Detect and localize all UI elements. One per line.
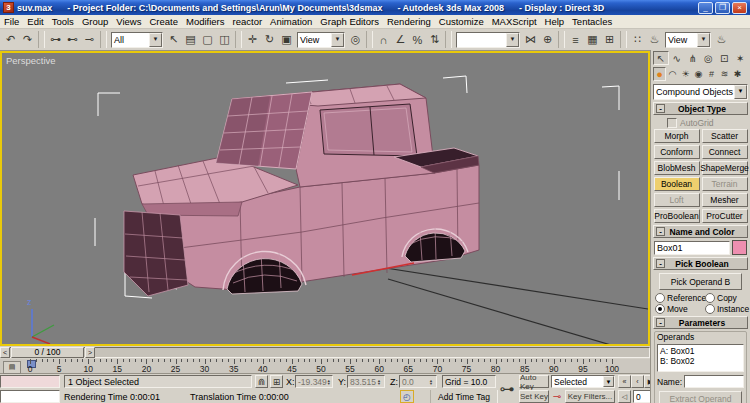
render-setup-icon[interactable]: ♨	[646, 31, 663, 48]
selection-lock-icon[interactable]: ⋒	[255, 375, 268, 388]
select-move-icon[interactable]: ✛	[244, 31, 261, 48]
radio-reference[interactable]: Reference	[655, 293, 705, 303]
angle-snap-icon[interactable]: ∠	[392, 31, 409, 48]
time-slider-track[interactable]	[0, 347, 650, 358]
time-slider-prev-button[interactable]: <	[0, 347, 10, 358]
operand-item[interactable]: A: Box01	[660, 346, 741, 356]
restore-button[interactable]: ❐	[715, 2, 730, 14]
keyframe-lock-icon[interactable]: ⊶	[498, 376, 516, 402]
object-category-dropdown[interactable]: Compound Objects▼	[653, 84, 748, 100]
collapse-icon[interactable]: -	[656, 318, 665, 327]
systems-category-icon[interactable]: ✱	[731, 67, 744, 81]
previous-frame-button[interactable]: ‹	[631, 375, 644, 388]
render-type-dropdown[interactable]: View▼	[665, 32, 711, 48]
space-warps-category-icon[interactable]: ≋	[718, 67, 731, 81]
boolean-button[interactable]: Boolean	[654, 177, 700, 191]
helpers-category-icon[interactable]: #	[705, 67, 718, 81]
display-tab-icon[interactable]: ⊡	[716, 51, 732, 65]
viewport-perspective[interactable]: Perspective	[0, 51, 650, 346]
selection-filter-dropdown[interactable]: All▼	[111, 32, 163, 48]
material-editor-icon[interactable]: ∷	[629, 31, 646, 48]
key-mode-dropdown[interactable]: Selected▼	[551, 375, 615, 388]
name-color-rollout-header[interactable]: - Name and Color	[653, 225, 748, 238]
lights-category-icon[interactable]: ☀	[679, 67, 692, 81]
minimize-button[interactable]: _	[698, 2, 713, 14]
add-time-tag-button[interactable]: Add Time Tag	[430, 390, 498, 403]
percent-snap-icon[interactable]: %	[409, 31, 426, 48]
operand-name-field[interactable]	[684, 375, 744, 388]
select-by-name-icon[interactable]: ▤	[182, 31, 199, 48]
maxscript-listener-white[interactable]	[0, 390, 60, 403]
menu-tentacles[interactable]: Tentacles	[568, 16, 616, 28]
shapemerge-button[interactable]: ShapeMerge	[702, 161, 748, 175]
undo-icon[interactable]: ↶	[2, 31, 19, 48]
key-mode-toggle-icon[interactable]: ◁	[618, 390, 631, 403]
car-side-window[interactable]	[320, 104, 417, 156]
select-rotate-icon[interactable]: ↻	[261, 31, 278, 48]
viewport-canvas[interactable]: z	[2, 53, 648, 344]
set-key-button[interactable]: Set Key	[519, 390, 549, 403]
reference-coordinate-dropdown[interactable]: View▼	[297, 32, 345, 48]
chevron-down-icon[interactable]: ▼	[697, 33, 710, 47]
collapse-icon[interactable]: -	[656, 104, 665, 113]
scatter-button[interactable]: Scatter	[702, 129, 748, 143]
motion-tab-icon[interactable]: ◎	[701, 51, 717, 65]
layer-manager-icon[interactable]: ≡	[567, 31, 584, 48]
cameras-category-icon[interactable]: ◉	[692, 67, 705, 81]
menu-views[interactable]: Views	[112, 16, 145, 28]
snap-toggle-icon[interactable]: ∩	[375, 31, 392, 48]
hierarchy-tab-icon[interactable]: ⋔	[685, 51, 701, 65]
radio-instance[interactable]: Instance	[705, 304, 749, 314]
modify-tab-icon[interactable]: ∿	[669, 51, 685, 65]
menu-help[interactable]: Help	[541, 16, 569, 28]
chevron-down-icon[interactable]: ▼	[506, 33, 519, 47]
operand-item[interactable]: B: Box02	[660, 356, 741, 366]
collapse-icon[interactable]: -	[656, 259, 665, 268]
time-tag-clock-icon[interactable]: ◴	[400, 390, 414, 403]
time-slider-handle[interactable]: 0 / 100	[11, 347, 84, 358]
select-link-icon[interactable]: ⊶	[47, 31, 64, 48]
unlink-selection-icon[interactable]: ⊷	[64, 31, 81, 48]
select-scale-icon[interactable]: ▣	[278, 31, 295, 48]
menu-file[interactable]: File	[0, 16, 23, 28]
procutter-button[interactable]: ProCutter	[702, 209, 748, 223]
menu-animation[interactable]: Animation	[266, 16, 316, 28]
chevron-down-icon[interactable]: ▼	[331, 33, 344, 47]
pick-boolean-rollout-header[interactable]: - Pick Boolean	[653, 257, 748, 270]
chevron-down-icon[interactable]: ▼	[734, 85, 747, 99]
morph-button[interactable]: Morph	[654, 129, 700, 143]
viewport-label[interactable]: Perspective	[6, 55, 56, 66]
time-slider-next-button[interactable]: >	[85, 347, 95, 358]
mirror-icon[interactable]: ⋈	[522, 31, 539, 48]
operands-list[interactable]: A: Box01B: Box02	[657, 344, 744, 372]
radio-move[interactable]: Move	[655, 304, 705, 314]
collapse-icon[interactable]: -	[656, 227, 665, 236]
menu-tools[interactable]: Tools	[48, 16, 78, 28]
absolute-mode-icon[interactable]: ⊞	[270, 375, 283, 388]
geometry-category-icon[interactable]: ●	[653, 67, 666, 81]
chevron-down-icon[interactable]: ▼	[149, 33, 162, 47]
x-coordinate-field[interactable]: -19.349▲▼	[295, 375, 333, 388]
spinner-snap-icon[interactable]: ⇅	[426, 31, 443, 48]
parameters-rollout-header[interactable]: - Parameters	[653, 316, 748, 329]
quick-render-icon[interactable]: ♨	[713, 31, 730, 48]
z-coordinate-field[interactable]: 0.0▲▼	[399, 375, 437, 388]
menu-graph-editors[interactable]: Graph Editors	[316, 16, 383, 28]
connect-button[interactable]: Connect	[702, 145, 748, 159]
car-model[interactable]	[124, 84, 479, 296]
go-to-start-button[interactable]: «	[618, 375, 631, 388]
menu-customize[interactable]: Customize	[435, 16, 488, 28]
y-coordinate-field[interactable]: 83.515▲▼	[347, 375, 385, 388]
pick-operand-b-button[interactable]: Pick Operand B	[659, 273, 742, 290]
select-object-icon[interactable]: ↖	[165, 31, 182, 48]
menu-create[interactable]: Create	[145, 16, 182, 28]
object-color-swatch[interactable]	[732, 240, 747, 255]
curve-editor-icon[interactable]: ▦	[584, 31, 601, 48]
align-icon[interactable]: ⊕	[539, 31, 556, 48]
key-filters-button[interactable]: Key Filters...	[565, 390, 615, 403]
menu-group[interactable]: Group	[78, 16, 112, 28]
bind-to-space-warp-icon[interactable]: ⊸	[81, 31, 98, 48]
proboolean-button[interactable]: ProBoolean	[654, 209, 700, 223]
track-bar[interactable]: ▤ 05101520253035404550556065707580859095…	[0, 359, 650, 374]
open-mini-trackbar-button[interactable]: ▤	[3, 361, 21, 374]
